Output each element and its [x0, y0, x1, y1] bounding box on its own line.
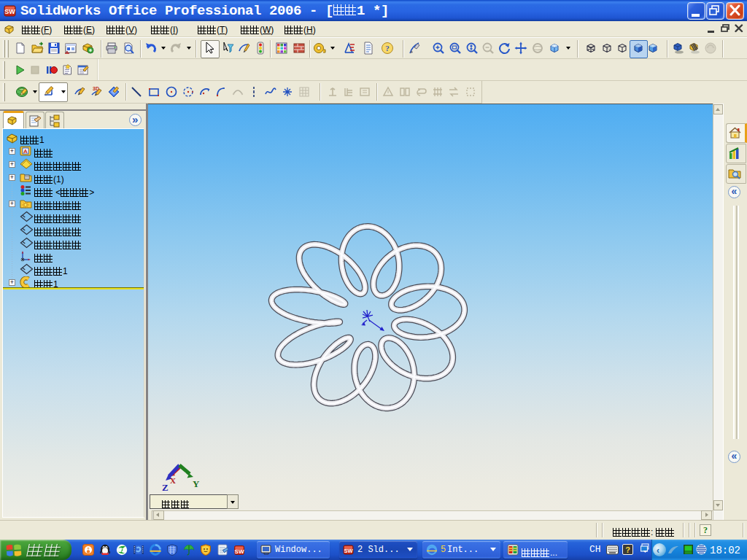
svg-text:?: ? [385, 44, 390, 52]
svg-text:Y: Y [193, 478, 200, 489]
svg-text:SW: SW [235, 548, 244, 555]
svg-text:Z: Z [162, 482, 169, 493]
svg-text:SW: SW [4, 8, 15, 15]
svg-text:X: X [170, 476, 176, 485]
svg-text:A: A [23, 148, 28, 155]
svg-text:SW: SW [344, 548, 353, 554]
